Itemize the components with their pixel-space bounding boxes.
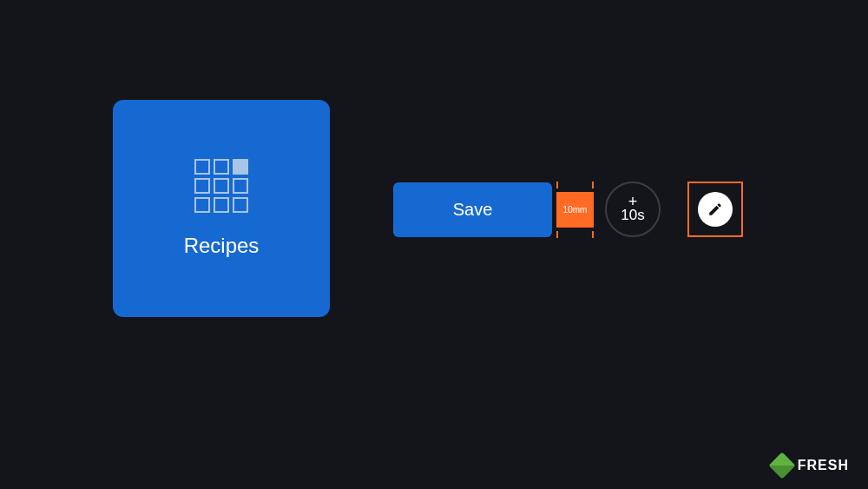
edit-button[interactable]	[687, 182, 743, 237]
timer-value: 10s	[621, 208, 644, 223]
add-time-button[interactable]: + 10s	[605, 182, 661, 237]
spacing-value: 10mm	[556, 192, 594, 228]
save-button-label: Save	[453, 200, 493, 220]
pencil-icon	[707, 202, 723, 217]
plus-icon: +	[628, 195, 638, 208]
recipes-card[interactable]: Recipes	[113, 100, 330, 317]
edit-circle	[698, 192, 733, 227]
leaf-icon	[768, 452, 795, 479]
grid-icon	[194, 159, 248, 213]
spacing-indicator: 10mm	[556, 182, 594, 237]
brand-logo: FRESH	[773, 456, 849, 475]
brand-name: FRESH	[798, 458, 849, 473]
recipes-label: Recipes	[184, 234, 260, 258]
save-button[interactable]: Save	[393, 182, 552, 237]
controls-row: Save 10mm + 10s	[393, 182, 743, 237]
